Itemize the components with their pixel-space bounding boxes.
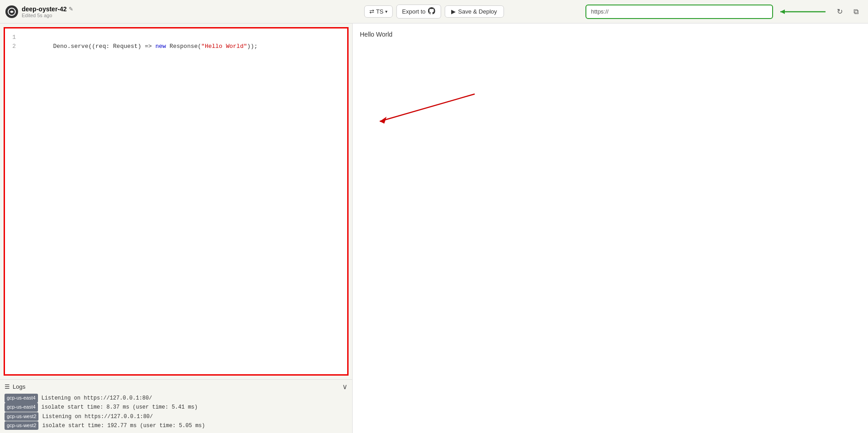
log-entry: gcp-us-west2 isolate start time: 192.77 … bbox=[5, 421, 348, 430]
log-entry: gcp-us-east4 Listening on https://127.0.… bbox=[5, 394, 348, 403]
logs-title: ☰ Logs bbox=[5, 383, 25, 390]
preview-output: Hello World bbox=[353, 24, 868, 45]
log-tag: gcp-us-east4 bbox=[5, 394, 38, 403]
line-numbers: 1 2 bbox=[5, 28, 19, 55]
expand-button[interactable]: ⧉ bbox=[850, 5, 863, 18]
reload-icon: ↻ bbox=[837, 7, 843, 16]
log-entry: gcp-us-east4 isolate start time: 8.37 ms… bbox=[5, 403, 348, 412]
swap-button[interactable]: ⇄ TS ▾ bbox=[364, 5, 393, 18]
log-message: Listening on https://127.0.0.1:80/ bbox=[42, 413, 153, 421]
log-tag: gcp-us-west2 bbox=[5, 421, 38, 430]
edited-time: Edited 5s ago bbox=[22, 13, 73, 18]
project-info: deep-oyster-42 ✎ Edited 5s ago bbox=[22, 5, 73, 18]
code-content[interactable]: Deno.serve((req: Request) => new Respons… bbox=[21, 28, 347, 374]
app-logo bbox=[5, 5, 18, 18]
main-content: 1 2 Deno.serve((req: Request) => new Res… bbox=[0, 24, 868, 433]
logs-icon: ☰ bbox=[5, 383, 10, 390]
logs-label: Logs bbox=[13, 383, 25, 390]
url-input[interactable] bbox=[585, 5, 773, 19]
log-tag: gcp-us-west2 bbox=[5, 412, 38, 421]
code-editor[interactable]: 1 2 Deno.serve((req: Request) => new Res… bbox=[4, 27, 349, 376]
log-message: Listening on https://127.0.0.1:80/ bbox=[42, 394, 152, 403]
github-icon bbox=[428, 7, 435, 16]
export-label: Export to bbox=[402, 8, 425, 15]
save-deploy-button[interactable]: ▶ Save & Deploy bbox=[444, 5, 504, 18]
language-label: TS bbox=[376, 8, 384, 15]
url-area bbox=[585, 5, 830, 19]
toolbar: deep-oyster-42 ✎ Edited 5s ago ⇄ TS ▾ Ex… bbox=[0, 0, 868, 24]
green-arrow-annotation bbox=[776, 6, 830, 17]
logs-header: ☰ Logs ∨ bbox=[5, 382, 348, 391]
swap-icon: ⇄ bbox=[369, 8, 374, 15]
hello-world-text: Hello World bbox=[360, 31, 392, 38]
logs-panel: ☰ Logs ∨ gcp-us-east4 Listening on https… bbox=[0, 379, 352, 433]
svg-marker-2 bbox=[780, 9, 785, 14]
save-deploy-label: Save & Deploy bbox=[458, 8, 497, 15]
svg-marker-4 bbox=[380, 117, 387, 123]
log-entries: gcp-us-east4 Listening on https://127.0.… bbox=[5, 394, 348, 430]
play-icon: ▶ bbox=[451, 8, 456, 15]
preview-panel: Hello World bbox=[353, 24, 868, 433]
svg-line-3 bbox=[380, 94, 475, 121]
project-name: deep-oyster-42 bbox=[22, 5, 67, 13]
expand-icon: ⧉ bbox=[854, 8, 859, 16]
red-arrows-annotation bbox=[353, 24, 868, 433]
chevron-down-icon: ▾ bbox=[385, 9, 387, 14]
export-to-button[interactable]: Export to bbox=[396, 5, 441, 19]
logs-collapse-button[interactable]: ∨ bbox=[342, 382, 348, 391]
log-message: isolate start time: 192.77 ms (user time… bbox=[42, 422, 205, 430]
editor-panel: 1 2 Deno.serve((req: Request) => new Res… bbox=[0, 24, 353, 433]
reload-button[interactable]: ↻ bbox=[834, 5, 846, 18]
log-entry: gcp-us-west2 Listening on https://127.0.… bbox=[5, 412, 348, 421]
edit-icon[interactable]: ✎ bbox=[69, 6, 73, 12]
log-tag: gcp-us-east4 bbox=[5, 403, 38, 412]
log-message: isolate start time: 8.37 ms (user time: … bbox=[42, 403, 198, 412]
